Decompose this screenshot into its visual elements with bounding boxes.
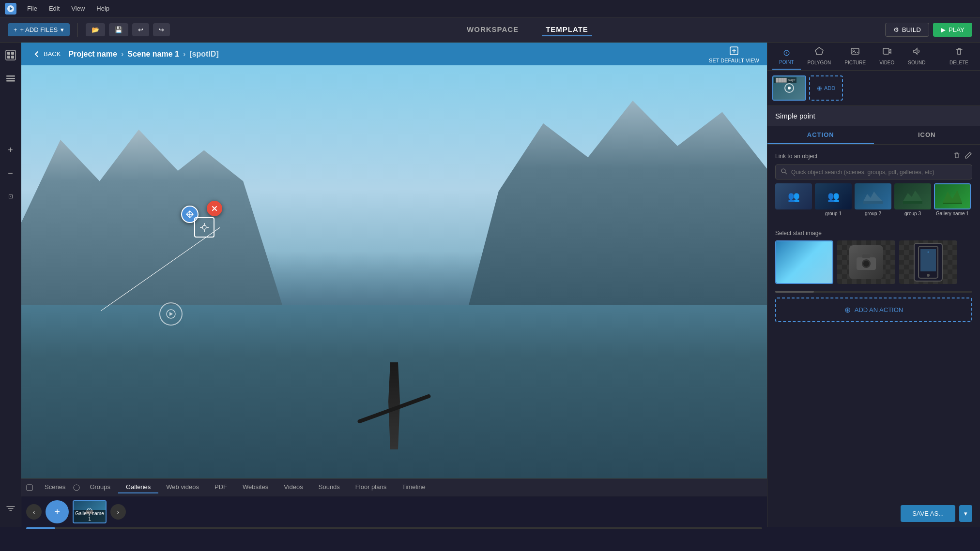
- svg-rect-4: [11, 52, 14, 55]
- mountain-right: [469, 78, 767, 305]
- forest-icon-4: [935, 184, 970, 208]
- open-folder-button[interactable]: 📂: [86, 23, 105, 36]
- timeline-tab[interactable]: Timeline: [394, 481, 433, 493]
- svg-rect-20: [943, 203, 962, 204]
- panel-tabs: ACTION ICON: [767, 126, 980, 145]
- menu-view[interactable]: View: [66, 3, 90, 14]
- breadcrumb-scene[interactable]: Scene name 1: [127, 50, 179, 59]
- floorplans-tab[interactable]: Floor plans: [348, 481, 394, 493]
- groups-tab[interactable]: Groups: [82, 481, 118, 493]
- sound-tool-button[interactable]: SOUND: [901, 43, 932, 70]
- undo-icon: ↩: [138, 26, 143, 33]
- sidebar-layers-icon[interactable]: [3, 71, 18, 86]
- camera-image: [849, 245, 883, 279]
- object-card-1[interactable]: 👥 group 1: [815, 183, 852, 216]
- menu-help[interactable]: Help: [92, 3, 114, 14]
- trash-icon[interactable]: [953, 151, 961, 161]
- sidebar-zoom-in-icon[interactable]: +: [3, 142, 18, 158]
- thumb-badge: ████ 64pt: [774, 77, 796, 83]
- add-action-button[interactable]: ⊕ ADD AN ACTION: [775, 298, 972, 322]
- build-button[interactable]: ⚙ BUILD: [885, 23, 929, 37]
- object-card-3[interactable]: group 3: [894, 183, 931, 216]
- edit-icon[interactable]: [965, 151, 972, 161]
- pdf-tab[interactable]: PDF: [207, 481, 235, 493]
- object-search-box[interactable]: [775, 164, 972, 179]
- svg-rect-16: [883, 48, 889, 54]
- object-grid: 👥 👥 group 1: [775, 183, 972, 216]
- toolbar-right: ⚙ BUILD ▶ PLAY: [885, 23, 972, 37]
- set-default-view-button[interactable]: SET DEFAULT VIEW: [709, 45, 759, 63]
- gallery-thumb-label: Gallery name 1: [74, 510, 106, 522]
- spot-icon-1: [784, 83, 794, 93]
- sidebar-zoom-out-icon[interactable]: −: [3, 165, 18, 181]
- panel-thumb-card-1[interactable]: ████ 64pt: [772, 75, 806, 101]
- sounds-tab[interactable]: Sounds: [311, 481, 348, 493]
- galleries-tab[interactable]: Galleries: [118, 481, 158, 493]
- videos-tab[interactable]: Videos: [276, 481, 311, 493]
- redo-button[interactable]: ↪: [153, 23, 170, 36]
- object-card-2[interactable]: group 2: [855, 183, 891, 216]
- svg-rect-7: [6, 75, 15, 77]
- left-sidebar: + − ⊡: [0, 43, 21, 527]
- svg-point-17: [781, 169, 785, 173]
- save-as-button[interactable]: SAVE AS...: [901, 505, 955, 522]
- start-image-card-1[interactable]: [775, 240, 833, 284]
- object-card-0[interactable]: 👥: [775, 183, 812, 216]
- right-panel: ⊙ POINT POLYGON PICTURE VIDEO: [767, 43, 980, 527]
- play-button[interactable]: ▶ PLAY: [933, 23, 972, 37]
- breadcrumb-project[interactable]: Project name: [68, 50, 117, 59]
- add-spot-button[interactable]: ⊕ ADD: [809, 75, 843, 101]
- breadcrumb-sep-1: ›: [121, 50, 123, 59]
- start-img-blue: [776, 241, 832, 283]
- next-button[interactable]: ›: [110, 504, 126, 520]
- menu-file[interactable]: File: [22, 3, 42, 14]
- start-image-card-3[interactable]: [899, 240, 957, 284]
- back-button[interactable]: BACK: [29, 48, 64, 60]
- canvas-viewport[interactable]: [21, 65, 767, 478]
- add-gallery-button[interactable]: +: [46, 500, 69, 523]
- prev-button[interactable]: ‹: [26, 504, 42, 520]
- obj-thumb-2: [855, 183, 891, 209]
- svg-rect-9: [6, 80, 15, 82]
- save-icon: 💾: [115, 26, 122, 33]
- point-tool-button[interactable]: ⊙ POINT: [772, 44, 801, 70]
- spot-name-input[interactable]: [767, 106, 980, 126]
- undo-button[interactable]: ↩: [132, 23, 149, 36]
- picture-tool-button[interactable]: PICTURE: [838, 43, 873, 70]
- scenes-tab[interactable]: Scenes: [37, 481, 73, 493]
- start-image-card-2[interactable]: [837, 240, 895, 284]
- save-dropdown-button[interactable]: ▾: [959, 505, 972, 522]
- panel-scroll-thumb[interactable]: [775, 291, 814, 293]
- action-tab[interactable]: ACTION: [767, 126, 874, 144]
- svg-point-11: [202, 225, 206, 229]
- sidebar-scene-icon[interactable]: [3, 47, 18, 63]
- template-tab[interactable]: TEMPLATE: [542, 23, 592, 36]
- redo-icon: ↪: [159, 26, 164, 33]
- polygon-tool-button[interactable]: POLYGON: [801, 43, 838, 70]
- websites-tab[interactable]: Websites: [235, 481, 276, 493]
- icon-tab[interactable]: ICON: [874, 126, 980, 144]
- menu-edit[interactable]: Edit: [44, 3, 64, 14]
- panel-thumbnails: ████ 64pt ⊕ ADD: [767, 71, 980, 106]
- add-files-button[interactable]: + + ADD FILES ▾: [8, 23, 70, 36]
- point-icon: ⊙: [783, 47, 790, 58]
- svg-rect-12: [27, 485, 32, 491]
- object-card-4[interactable]: Gallery name 1: [934, 183, 971, 216]
- video-tool-button[interactable]: VIDEO: [873, 43, 901, 70]
- save-button[interactable]: 💾: [109, 23, 128, 36]
- sidebar-fit-icon[interactable]: ⊡: [3, 189, 18, 204]
- search-input[interactable]: [791, 169, 967, 176]
- delete-tool-button[interactable]: DELETE: [943, 43, 975, 70]
- folder-open-icon: 📂: [92, 26, 99, 33]
- canvas-container: BACK Project name › Scene name 1 › [spot…: [21, 43, 767, 527]
- nav-tabs: WORKSPACE TEMPLATE: [174, 23, 881, 36]
- workspace-tab[interactable]: WORKSPACE: [463, 23, 522, 36]
- sidebar-filter-icon[interactable]: [3, 502, 18, 517]
- breadcrumb-sep-2: ›: [183, 50, 185, 59]
- svg-point-13: [74, 485, 79, 491]
- gallery-thumbnail-1[interactable]: 🏔 Gallery name 1: [73, 500, 107, 523]
- hotspot-target[interactable]: [194, 217, 214, 238]
- webvideos-tab[interactable]: Web videos: [158, 481, 207, 493]
- menu-bar: File Edit View Help: [0, 0, 980, 17]
- scroll-thumb[interactable]: [26, 527, 55, 529]
